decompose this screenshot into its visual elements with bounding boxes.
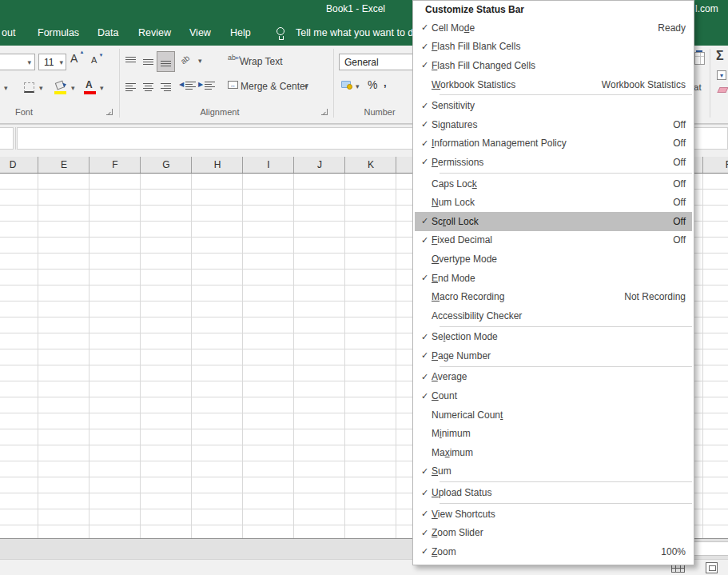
check-icon: ✓ <box>415 119 428 130</box>
menu-item-maximum[interactable]: Maximum <box>415 443 692 462</box>
menu-item-signatures[interactable]: ✓SignaturesOff <box>415 115 692 134</box>
bottom-align-button[interactable] <box>157 51 175 72</box>
ribbon-tab-help[interactable]: Help <box>230 27 251 38</box>
page-layout-view-icon[interactable] <box>706 562 718 573</box>
group-separator <box>119 49 120 118</box>
align-center-button[interactable] <box>141 78 157 97</box>
menu-item-num-lock[interactable]: Num LockOff <box>415 193 692 212</box>
merge-center-button[interactable]: Merge & Center <box>241 81 308 92</box>
increase-indent-button[interactable]: ▶ <box>198 81 203 88</box>
align-left-icon <box>125 82 136 91</box>
ribbon-tab-out[interactable]: out <box>2 27 15 38</box>
middle-align-button[interactable] <box>141 52 157 71</box>
increase-font-size-button[interactable]: A <box>70 52 78 65</box>
ribbon-tab-data[interactable]: Data <box>97 27 118 38</box>
ribbon-tab-view[interactable]: View <box>189 27 211 38</box>
menu-item-minimum[interactable]: Minimum <box>415 424 692 443</box>
check-icon: ✓ <box>415 528 428 538</box>
menu-item-workbook-statistics[interactable]: Workbook StatisticsWorkbook Statistics <box>415 75 692 94</box>
menu-item-value: Off <box>673 138 686 149</box>
menu-item-sensitivity[interactable]: ✓Sensitivity <box>415 96 692 115</box>
check-icon: ✓ <box>415 546 428 557</box>
menu-item-permissions[interactable]: ✓PermissionsOff <box>415 153 692 172</box>
decrease-indent-icon <box>185 81 196 90</box>
top-align-button[interactable] <box>123 52 140 71</box>
menu-item-label: End Mode <box>428 273 686 284</box>
font-size-combo[interactable]: 11▾ <box>38 54 66 70</box>
column-header-d[interactable]: D <box>0 159 38 170</box>
column-header-h[interactable]: H <box>192 159 243 170</box>
check-icon: ✓ <box>415 391 428 401</box>
menu-item-list: ✓Cell ModeReady✓Flash Fill Blank Cells✓F… <box>413 18 694 563</box>
font-color-button[interactable]: A <box>86 79 93 90</box>
menu-item-label: Permissions <box>428 157 673 168</box>
menu-item-scroll-lock[interactable]: ✓Scroll LockOff <box>415 212 692 231</box>
check-icon: ✓ <box>415 509 428 519</box>
font-name-combo[interactable]: ▾ <box>0 54 35 70</box>
autosum-button[interactable]: Σ <box>716 49 724 63</box>
column-header-e[interactable]: E <box>38 159 90 170</box>
menu-item-flash-fill-changed-cells[interactable]: ✓Flash Fill Changed Cells <box>415 56 692 75</box>
decrease-indent-button[interactable]: ◀ <box>179 81 184 88</box>
fill-down-icon[interactable]: ▾ <box>717 70 726 80</box>
menu-item-label: Flash Fill Blank Cells <box>428 41 686 52</box>
menu-item-label: Average <box>428 371 686 382</box>
fill-color-icon[interactable] <box>55 81 65 90</box>
menu-item-overtype-mode[interactable]: Overtype Mode <box>415 250 692 269</box>
menu-item-macro-recording[interactable]: Macro RecordingNot Recording <box>415 287 692 306</box>
menu-item-label: Fixed Decimal <box>428 234 673 246</box>
tell-me-box[interactable]: Tell me what you want to d <box>296 27 413 38</box>
comma-style-button[interactable]: , <box>384 77 387 89</box>
ribbon-tab-formulas[interactable]: Formulas <box>38 27 79 38</box>
menu-item-information-management-policy[interactable]: ✓Information Management PolicyOff <box>415 134 692 154</box>
alignment-group-label: Alignment <box>184 107 256 117</box>
menu-item-numerical-count[interactable]: Numerical Count <box>415 405 692 425</box>
menu-item-accessibility-checker[interactable]: Accessibility Checker <box>415 306 692 325</box>
column-header-g[interactable]: G <box>141 159 192 170</box>
menu-item-selection-mode[interactable]: ✓Selection Mode <box>415 328 692 347</box>
menu-item-label: Accessibility Checker <box>428 310 686 321</box>
chevron-down-icon: ▾ <box>71 84 75 92</box>
column-header-r-partial[interactable]: R <box>703 159 728 170</box>
borders-button[interactable] <box>24 82 34 93</box>
tell-me-lightbulb-icon <box>276 27 284 35</box>
accounting-format-icon[interactable] <box>341 81 351 88</box>
ribbon-tab-review[interactable]: Review <box>138 27 171 38</box>
orientation-button[interactable]: ab <box>179 54 192 66</box>
underline-dropdown-partial[interactable]: ▾ <box>4 84 8 92</box>
check-icon: ✓ <box>415 60 428 70</box>
menu-item-flash-fill-blank-cells[interactable]: ✓Flash Fill Blank Cells <box>415 38 692 57</box>
menu-item-fixed-decimal[interactable]: ✓Fixed DecimalOff <box>415 231 692 250</box>
font-dialog-launcher[interactable] <box>106 109 113 115</box>
format-label-fragment: at <box>694 82 702 92</box>
chevron-down-icon: ▾ <box>100 84 104 92</box>
align-right-button[interactable] <box>158 78 175 97</box>
percent-style-button[interactable]: % <box>368 78 377 91</box>
name-box[interactable] <box>0 127 14 150</box>
align-center-icon <box>143 82 153 91</box>
format-cells-icon[interactable] <box>694 52 705 65</box>
column-header-f[interactable]: F <box>90 159 141 170</box>
column-header-k[interactable]: K <box>345 159 396 170</box>
alignment-dialog-launcher[interactable] <box>321 109 328 115</box>
align-left-button[interactable] <box>123 78 140 97</box>
menu-item-count[interactable]: ✓Count <box>415 386 692 405</box>
wrap-text-button[interactable]: Wrap Text <box>240 56 283 67</box>
menu-item-cell-mode[interactable]: ✓Cell ModeReady <box>415 18 692 38</box>
menu-item-view-shortcuts[interactable]: ✓View Shortcuts <box>415 505 692 524</box>
menu-item-page-number[interactable]: ✓Page Number <box>415 346 692 365</box>
menu-item-zoom[interactable]: ✓Zoom100% <box>415 542 692 561</box>
clear-eraser-icon[interactable] <box>717 87 728 93</box>
menu-item-caps-lock[interactable]: Caps LockOff <box>415 174 692 194</box>
menu-item-end-mode[interactable]: ✓End Mode <box>415 269 692 288</box>
menu-item-upload-status[interactable]: ✓Upload Status <box>415 483 692 502</box>
chevron-down-icon: ▾ <box>356 82 360 90</box>
decrease-font-size-button[interactable]: A <box>91 55 97 65</box>
menu-separator <box>440 94 692 96</box>
column-header-i[interactable]: I <box>243 159 294 170</box>
menu-item-average[interactable]: ✓Average <box>415 368 692 387</box>
menu-item-sum[interactable]: ✓Sum <box>415 462 692 481</box>
column-header-j[interactable]: J <box>294 159 345 170</box>
check-icon: ✓ <box>415 101 428 111</box>
menu-item-zoom-slider[interactable]: ✓Zoom Slider <box>415 523 692 542</box>
